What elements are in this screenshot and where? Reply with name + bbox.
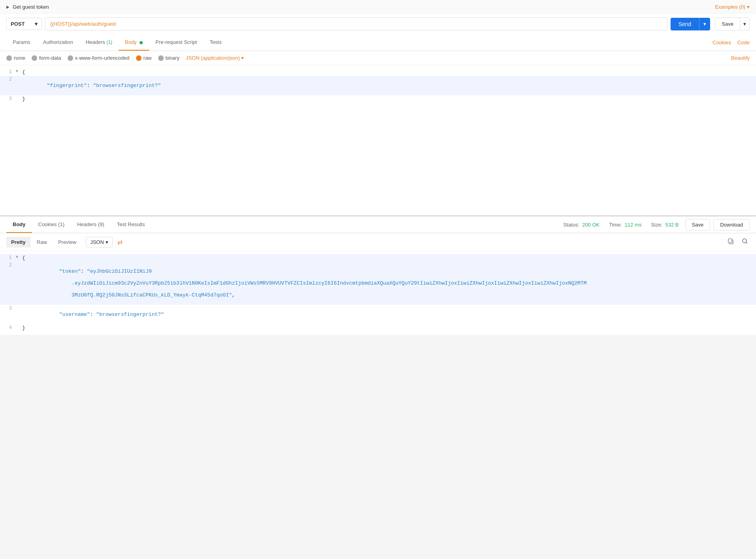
tab-authorization[interactable]: Authorization	[37, 34, 79, 51]
radio-none-icon	[6, 55, 12, 61]
body-type-urlencoded[interactable]: x-www-form-urlencoded	[68, 55, 130, 61]
resp-content-4: }	[22, 325, 756, 331]
response-tabs-bar: Body Cookies (1) Headers (9) Test Result…	[0, 217, 756, 233]
examples-link[interactable]: Examples (0) ▾	[715, 4, 750, 10]
status-value: 200 OK	[582, 222, 599, 228]
body-type-binary[interactable]: binary	[158, 55, 180, 61]
body-type-form-data[interactable]: form-data	[32, 55, 61, 61]
wrap-lines-icon[interactable]: ⇄	[117, 238, 123, 246]
resp-line-4: 4 }	[0, 324, 756, 332]
request-container: ▶ Get guest token Examples (0) ▾ POST ▾ …	[0, 0, 756, 216]
resp-content-1: {	[22, 255, 756, 261]
tab-params[interactable]: Params	[6, 34, 37, 51]
response-tab-body[interactable]: Body	[6, 217, 32, 233]
code-line-2: 2 "fingerprint": "browsersfingerprint?"	[0, 76, 756, 95]
view-preview-button[interactable]: Preview	[53, 237, 81, 247]
body-types: none form-data x-www-form-urlencoded raw…	[6, 55, 244, 61]
line-number-2: 2	[0, 77, 16, 82]
svg-rect-1	[728, 239, 732, 243]
collapse-icon[interactable]: ▶	[6, 5, 9, 9]
request-title-bar: ▶ Get guest token Examples (0) ▾	[0, 0, 756, 13]
copy-response-button[interactable]	[726, 236, 735, 247]
line-number-1: 1	[0, 69, 16, 75]
json-type-selector[interactable]: JSON (application/json) ▾	[186, 55, 244, 61]
response-meta: Status: 200 OK Time: 112 ms Size: 532 B	[563, 222, 679, 228]
examples-label: Examples (0)	[715, 4, 745, 10]
tab-tests[interactable]: Tests	[203, 34, 228, 51]
send-btn-group: Send ▾	[671, 18, 711, 30]
code-line-1: 1 ▼ {	[0, 68, 756, 76]
request-body-editor[interactable]: 1 ▼ { 2 "fingerprint": "browsersfingerpr…	[0, 65, 756, 215]
view-raw-button[interactable]: Raw	[32, 237, 52, 247]
chevron-down-icon: ▾	[747, 4, 750, 10]
radio-urlencoded-icon	[68, 55, 73, 61]
body-type-none[interactable]: none	[6, 55, 25, 61]
url-input[interactable]	[45, 17, 667, 30]
radio-form-data-icon	[32, 55, 37, 61]
response-code-editor: 1 ▼ { 2 "token": "eyJhbGciOiJIUzI1NiJ9 .…	[0, 251, 756, 335]
request-tabs-bar: Params Authorization Headers (1) Body Pr…	[0, 34, 756, 51]
resp-toggle-1[interactable]: ▼	[16, 255, 22, 259]
tab-body[interactable]: Body	[119, 34, 149, 51]
time-label: Time: 112 ms	[609, 222, 642, 228]
resp-line-number-2: 2	[0, 263, 16, 268]
response-tab-headers[interactable]: Headers (9)	[71, 217, 111, 233]
radio-binary-icon	[158, 55, 164, 61]
code-content-3: }	[22, 96, 756, 102]
code-line-3: 3 }	[0, 95, 756, 103]
svg-line-3	[746, 242, 748, 244]
response-save-button[interactable]: Save	[685, 219, 711, 230]
view-pretty-button[interactable]: Pretty	[6, 237, 30, 247]
code-content-1: {	[22, 69, 756, 75]
status-label: Status: 200 OK	[563, 222, 600, 228]
response-right-icons	[726, 236, 750, 247]
resp-content-3: "username": "browsersfingerprint?"	[22, 306, 756, 323]
search-response-button[interactable]	[740, 236, 750, 247]
response-json-selector[interactable]: JSON ▾	[86, 237, 113, 247]
save-dropdown-button[interactable]: ▾	[740, 18, 749, 30]
url-bar: POST ▾ Send ▾ Save ▾	[0, 13, 756, 34]
time-value: 112 ms	[625, 222, 642, 228]
json-type-chevron-icon: ▾	[241, 55, 244, 61]
size-label: Size: 532 B	[651, 222, 679, 228]
send-button[interactable]: Send	[671, 18, 699, 30]
resp-line-number-3: 3	[0, 306, 16, 311]
method-select[interactable]: POST ▾	[6, 18, 42, 30]
resp-line-number-4: 4	[0, 325, 16, 330]
request-name: Get guest token	[13, 4, 49, 10]
request-tabs-right: Cookies Code	[713, 40, 750, 45]
save-button[interactable]: Save	[715, 18, 740, 30]
response-view-bar: Pretty Raw Preview JSON ▾ ⇄	[0, 233, 756, 251]
cookies-link[interactable]: Cookies	[713, 40, 731, 45]
beautify-button[interactable]: Beautify	[731, 55, 750, 61]
resp-line-2: 2 "token": "eyJhbGciOiJIUzI1NiJ9 .eyJzdW…	[0, 262, 756, 305]
request-tabs-left: Params Authorization Headers (1) Body Pr…	[6, 34, 228, 51]
response-tabs-left: Body Cookies (1) Headers (9) Test Result…	[6, 217, 151, 233]
line-toggle-1[interactable]: ▼	[16, 69, 22, 74]
body-type-raw[interactable]: raw	[136, 55, 152, 61]
tab-pre-request[interactable]: Pre-request Script	[149, 34, 203, 51]
response-tab-cookies[interactable]: Cookies (1)	[32, 217, 71, 233]
line-number-3: 3	[0, 96, 16, 102]
tab-headers[interactable]: Headers (1)	[79, 34, 119, 51]
radio-raw-icon	[136, 55, 142, 61]
response-download-button[interactable]: Download	[713, 219, 750, 230]
response-actions: Save Download	[685, 219, 750, 230]
response-json-type-label: JSON	[90, 239, 104, 245]
json-type-label: JSON (application/json)	[186, 55, 240, 61]
resp-content-2: "token": "eyJhbGciOiJIUzI1NiJ9 .eyJzdWIi…	[22, 263, 756, 304]
request-title: ▶ Get guest token	[6, 4, 49, 10]
resp-line-3: 3 "username": "browsersfingerprint?"	[0, 305, 756, 324]
resp-line-number-1: 1	[0, 255, 16, 261]
response-tab-test-results[interactable]: Test Results	[111, 217, 151, 233]
code-content-2: "fingerprint": "browsersfingerprint?"	[22, 77, 756, 94]
size-value: 532 B	[665, 222, 679, 228]
response-container: Body Cookies (1) Headers (9) Test Result…	[0, 216, 756, 335]
send-dropdown-button[interactable]: ▾	[699, 18, 710, 30]
code-link[interactable]: Code	[737, 40, 750, 45]
method-label: POST	[11, 21, 25, 27]
resp-line-1: 1 ▼ {	[0, 254, 756, 262]
response-json-chevron-icon: ▾	[106, 239, 108, 245]
body-type-bar: none form-data x-www-form-urlencoded raw…	[0, 51, 756, 65]
view-options: Pretty Raw Preview JSON ▾ ⇄	[6, 237, 123, 247]
